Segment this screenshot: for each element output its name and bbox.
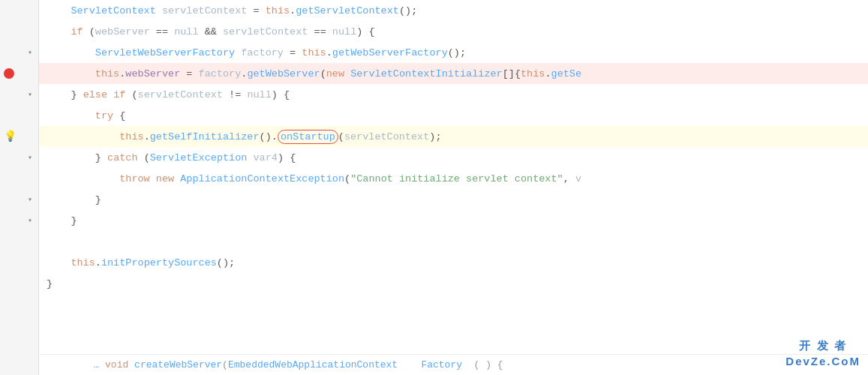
- code-text-13: this.initPropertySources();: [47, 257, 235, 268]
- code-line-12: [39, 231, 868, 252]
- code-text-11: }: [47, 215, 77, 226]
- code-line-11: }: [39, 210, 868, 231]
- fold-arrow-11[interactable]: ▾: [26, 217, 34, 224]
- fold-arrow-8[interactable]: ▾: [26, 154, 34, 161]
- code-text-2: if (webServer == null && servletContext …: [47, 26, 375, 38]
- code-line-14: }: [39, 273, 868, 294]
- code-text-6: try {: [47, 110, 125, 122]
- gutter-row-5[interactable]: ▾: [0, 84, 38, 105]
- code-text-4: this.webServer = factory.getWebServer(ne…: [47, 68, 581, 80]
- code-text-9: throw new ApplicationContextException("C…: [47, 173, 581, 184]
- code-text-1: ServletContext servletContext = this.get…: [47, 5, 417, 16]
- code-line-6: try {: [39, 105, 868, 126]
- code-text-15: [47, 299, 53, 310]
- code-text-3: ServletWebServerFactory factory = this.g…: [47, 47, 466, 58]
- code-line-7: this.getSelfInitializer().onStartup(serv…: [39, 126, 868, 147]
- gutter-row-9: [0, 168, 38, 189]
- code-text-7: this.getSelfInitializer().onStartup(serv…: [47, 131, 442, 142]
- code-line-1: ServletContext servletContext = this.get…: [39, 0, 868, 21]
- code-text-12: [47, 236, 53, 248]
- code-text-5: } else if (servletContext != null) {: [47, 89, 290, 100]
- breakpoint-icon-4[interactable]: [3, 68, 15, 80]
- code-line-2: if (webServer == null && servletContext …: [39, 21, 868, 42]
- gutter-row-3[interactable]: ▾: [0, 42, 38, 63]
- gutter-row-16: [0, 315, 38, 336]
- watermark: 开 发 者 DevZe.CoM: [785, 338, 860, 369]
- gutter-row-10: ▾: [0, 189, 38, 210]
- code-line-8: } catch (ServletException var4) {: [39, 147, 868, 168]
- code-line-5: } else if (servletContext != null) {: [39, 84, 868, 105]
- fold-arrow-5[interactable]: ▾: [26, 91, 34, 98]
- code-text-8: } catch (ServletException var4) {: [47, 152, 296, 164]
- bottom-fade-line: … void createWebServer(EmbeddedWebApplic…: [39, 354, 868, 375]
- bottom-fade-text: … void createWebServer(EmbeddedWebApplic…: [47, 359, 503, 370]
- gutter-row-11: ▾: [0, 210, 38, 231]
- fold-arrow-3[interactable]: ▾: [26, 49, 34, 56]
- code-line-4: this.webServer = factory.getWebServer(ne…: [39, 63, 868, 84]
- gutter-row-2: [0, 21, 38, 42]
- gutter-row-15: [0, 294, 38, 315]
- code-line-15: [39, 294, 868, 315]
- gutter: ▾ ▾ 💡 ▾ ▾: [0, 0, 39, 375]
- code-line-3: ServletWebServerFactory factory = this.g…: [39, 42, 868, 63]
- code-line-9: throw new ApplicationContextException("C…: [39, 168, 868, 189]
- code-area: ServletContext servletContext = this.get…: [39, 0, 868, 375]
- watermark-line2: DevZe.CoM: [785, 353, 860, 369]
- gutter-row-1: [0, 0, 38, 21]
- editor-container: ▾ ▾ 💡 ▾ ▾: [0, 0, 868, 375]
- code-text-14: }: [47, 278, 53, 290]
- gutter-row-14: [0, 273, 38, 294]
- bulb-icon-7[interactable]: 💡: [3, 130, 15, 142]
- gutter-row-12: [0, 231, 38, 252]
- gutter-row-4[interactable]: [0, 63, 38, 84]
- code-text-10: }: [47, 194, 101, 206]
- fold-arrow-10[interactable]: ▾: [26, 196, 34, 203]
- watermark-line1: 开 发 者: [785, 338, 860, 353]
- gutter-row-6: [0, 105, 38, 126]
- code-line-10: }: [39, 189, 868, 210]
- gutter-row-13: [0, 252, 38, 273]
- gutter-row-8: ▾: [0, 147, 38, 168]
- code-line-13: this.initPropertySources();: [39, 252, 868, 273]
- gutter-row-7[interactable]: 💡: [0, 126, 38, 147]
